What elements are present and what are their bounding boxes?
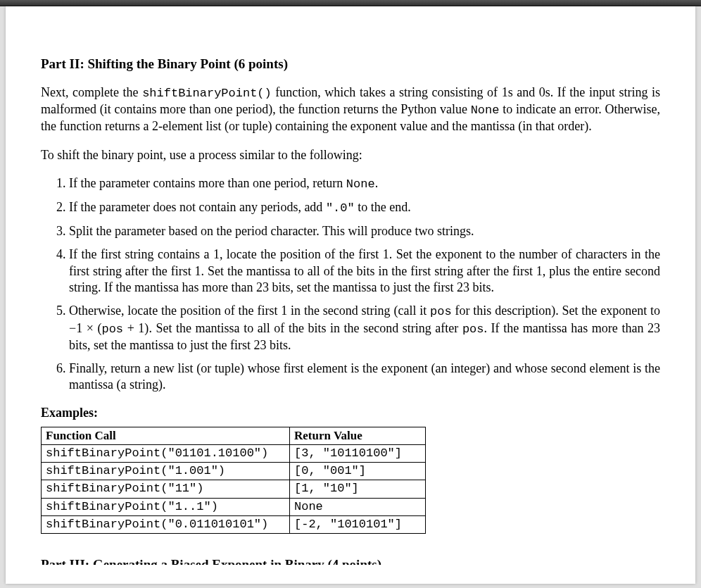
step-5-code-1: pos [430, 305, 452, 318]
step-2: If the parameter does not contain any pe… [69, 199, 660, 216]
next-section-cutoff: Part III: Generating a Biased Exponent i… [41, 555, 660, 565]
step-5-a: Otherwise, locate the position of the fi… [69, 304, 430, 318]
table-cell-return: [3, "10110100"] [290, 445, 426, 463]
table-cell-call: shiftBinaryPoint("11") [42, 480, 290, 498]
step-3: Split the parameter based on the period … [69, 223, 660, 239]
table-cell-return: [-2, "1010101"] [290, 515, 426, 533]
step-2-b: to the end. [358, 200, 410, 214]
table-header-call: Function Call [42, 427, 290, 445]
step-3-a: Split the parameter based on the period … [69, 224, 474, 238]
step-5-c: . Set the mantissa to all of the bits in… [149, 321, 462, 335]
table-row: shiftBinaryPoint("01101.10100") [3, "101… [42, 445, 426, 463]
step-5-b: for this description). Set the exponent … [455, 304, 660, 318]
code-fn-name: shiftBinaryPoint() [142, 87, 272, 100]
table-header-row: Function Call Return Value [42, 427, 426, 445]
step-6-a: Finally, return a new list (or tuple) wh… [69, 361, 660, 392]
window-chrome-stub [0, 0, 701, 6]
step-5-math: −1 × ( [69, 321, 101, 335]
step-1-b: . [375, 176, 379, 190]
step-2-a: If the parameter does not contain any pe… [69, 200, 326, 214]
table-row: shiftBinaryPoint("0.011010101") [-2, "10… [42, 515, 426, 533]
table-cell-return: None [290, 498, 426, 515]
document-page: Part II: Shifting the Binary Point (6 po… [6, 6, 695, 584]
steps-list: If the parameter contains more than one … [41, 175, 660, 394]
code-none: None [471, 104, 500, 117]
intro-text-1: Next, complete the [41, 85, 142, 99]
table-header-return: Return Value [290, 427, 426, 445]
table-cell-return: [0, "001"] [290, 463, 426, 480]
step-5-code-3: pos [462, 323, 484, 336]
table-cell-call: shiftBinaryPoint("1..1") [42, 498, 290, 515]
step-1: If the parameter contains more than one … [69, 175, 660, 192]
intro-paragraph: Next, complete the shiftBinaryPoint() fu… [41, 85, 660, 135]
step-4-a: If the first string contains a 1, locate… [69, 247, 660, 294]
table-row: shiftBinaryPoint("1..1") None [42, 498, 426, 515]
step-4: If the first string contains a 1, locate… [69, 246, 660, 296]
examples-table: Function Call Return Value shiftBinaryPo… [41, 427, 426, 534]
table-cell-call: shiftBinaryPoint("1.001") [42, 463, 290, 480]
step-6: Finally, return a new list (or tuple) wh… [69, 361, 660, 394]
process-lead: To shift the binary point, use a process… [41, 147, 660, 163]
table-row: shiftBinaryPoint("11") [1, "10"] [42, 480, 426, 498]
step-2-code: ".0" [326, 201, 355, 215]
table-cell-call: shiftBinaryPoint("0.011010101") [42, 515, 290, 533]
step-5: Otherwise, locate the position of the fi… [69, 303, 660, 354]
section-title: Part II: Shifting the Binary Point (6 po… [41, 56, 660, 73]
step-1-code: None [346, 177, 375, 191]
examples-label: Examples: [41, 405, 660, 421]
table-row: shiftBinaryPoint("1.001") [0, "001"] [42, 463, 426, 480]
table-cell-return: [1, "10"] [290, 480, 426, 498]
table-cell-call: shiftBinaryPoint("01101.10100") [42, 445, 290, 463]
step-1-a: If the parameter contains more than one … [69, 176, 346, 190]
step-5-code-2: pos [101, 323, 123, 336]
step-5-math-2: + 1) [123, 321, 149, 335]
